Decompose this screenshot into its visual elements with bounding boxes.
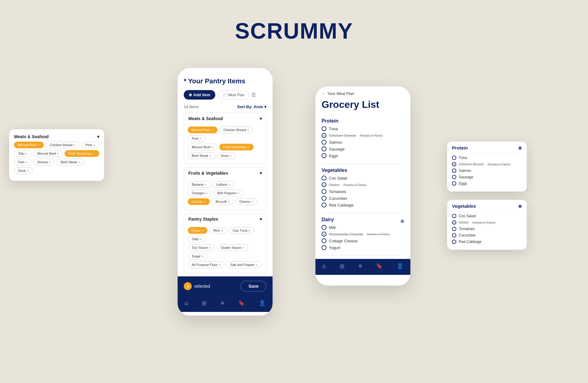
tag-sugar[interactable]: Sugar ○ <box>188 253 208 260</box>
side-item-cos-salad[interactable]: Cos Salad <box>452 214 522 218</box>
side-item-tomatoes[interactable]: Tomatoes <box>452 227 522 231</box>
side-check-red-cabbage[interactable] <box>452 240 456 244</box>
tag-banana[interactable]: Banana ○ <box>188 181 210 188</box>
tag-duck[interactable]: Duck ○ <box>217 152 236 159</box>
side-item-cucumber[interactable]: Cucumber <box>452 233 522 237</box>
grocery-item-red-cabbage[interactable]: Red Cabbage <box>322 203 404 207</box>
tag-bell-peppers[interactable]: Bell Peppers ○ <box>213 190 243 196</box>
side-check-sausage[interactable] <box>452 175 456 179</box>
tag-pork[interactable]: Pork ○ <box>188 135 205 142</box>
grocery-item-cottage-cheese[interactable]: Cottage Cheese <box>322 238 404 243</box>
grocery-item-mozzarella[interactable]: ✓ Mozzarella Cheese Already in Pantry <box>322 232 404 237</box>
nav-bookmark-icon[interactable]: 🔖 <box>238 300 245 306</box>
grocery-item-milk[interactable]: Milk <box>322 225 404 230</box>
meats-seafood-header[interactable]: Meats & Seafood ▾ <box>184 113 266 124</box>
tag-oranges[interactable]: Oranges ○ <box>188 190 212 196</box>
side-check-cos-salad[interactable] <box>452 214 456 218</box>
side-check-chicken-breast[interactable]: ✓ <box>452 162 456 166</box>
right-nav-home-icon[interactable]: ⌂ <box>322 263 326 269</box>
side-item-chicken-breast[interactable]: ✓ Chicken Breast Already in Pantry <box>452 162 522 166</box>
menu-icon[interactable]: ☰ <box>251 92 256 98</box>
right-nav-bookmark-icon[interactable]: 🔖 <box>376 263 383 269</box>
tag-brocolli[interactable]: Brocolli ○ <box>212 198 234 205</box>
popup-tag-minced-pork[interactable]: Minced Pork ✓ <box>14 142 44 148</box>
popup-tag-tofu[interactable]: Tofu ○ <box>14 150 32 157</box>
popup-tag-chicken-breast[interactable]: Chicken Breast ○ <box>46 142 79 148</box>
popup-tag-pork-tenderloin[interactable]: Pork Tenderloin ✓ <box>65 150 99 157</box>
check-sausage[interactable] <box>322 146 326 151</box>
tag-oyster-sauce[interactable]: Oyster Sauce ○ <box>217 244 248 251</box>
side-item-sausage[interactable]: Sausage <box>452 175 522 179</box>
tag-all-purpose-flour[interactable]: All Purpose Flour ○ <box>188 261 224 268</box>
tag-pasta[interactable]: Pasta ✓ <box>188 227 207 234</box>
back-nav[interactable]: ← Your Meal Plan <box>322 91 404 96</box>
grocery-item-onion[interactable]: ✓ Onion Already in Pantry <box>322 182 404 187</box>
tag-minced-beef[interactable]: Minced Beef ○ <box>188 144 217 150</box>
popup-tag-fish[interactable]: Fish ○ <box>14 159 31 165</box>
side-item-red-cabbage[interactable]: Red Cabbage <box>452 240 522 244</box>
check-salmon[interactable] <box>322 140 326 145</box>
grocery-item-cos-salad[interactable]: Cos Salad <box>322 176 404 180</box>
side-item-salmon[interactable]: Salmon <box>452 169 522 173</box>
check-tomatoes[interactable] <box>322 189 326 194</box>
nav-list-icon[interactable]: ≡ <box>221 300 224 306</box>
tag-salt-pepper[interactable]: Salt and Pepper ○ <box>226 261 262 268</box>
grocery-item-chicken-breast[interactable]: ✓ Chicken Breast Already in Pantry <box>322 133 404 138</box>
check-milk[interactable] <box>322 225 326 230</box>
side-item-eggs[interactable]: Eggs <box>452 181 522 186</box>
grocery-item-eggs[interactable]: Eggs <box>322 153 404 158</box>
grocery-item-yogurt[interactable]: Yogurt <box>322 245 404 250</box>
side-check-tomatoes[interactable] <box>452 227 456 231</box>
pantry-staples-header[interactable]: Pantry Staples ▾ <box>184 214 266 225</box>
right-nav-profile-icon[interactable]: 👤 <box>397 263 403 269</box>
grocery-item-cucumber[interactable]: Cucumber <box>322 196 404 201</box>
side-check-tuna[interactable] <box>452 156 456 160</box>
sort-by[interactable]: Sort By: Aisle ▾ <box>237 104 266 109</box>
check-tuna[interactable] <box>322 126 326 131</box>
popup-tag-pork[interactable]: Pork ○ <box>81 142 99 148</box>
check-red-cabbage[interactable] <box>322 203 326 207</box>
tag-pork-tenderloin[interactable]: Pork Tenderloin ✓ <box>219 144 254 150</box>
tag-can-tuna[interactable]: Can Tuna ○ <box>229 227 254 234</box>
tag-rice[interactable]: Rice ○ <box>209 227 227 234</box>
side-protein-plus-icon[interactable]: ⊕ <box>518 146 522 150</box>
check-eggs[interactable] <box>322 153 326 158</box>
side-check-onion[interactable]: ✓ <box>452 220 456 225</box>
check-chicken-breast[interactable]: ✓ <box>322 133 326 138</box>
nav-home-icon[interactable]: ⌂ <box>185 300 188 306</box>
check-cottage-cheese[interactable] <box>322 238 326 243</box>
side-check-eggs[interactable] <box>452 181 456 186</box>
check-cucumber[interactable] <box>322 196 326 201</box>
tag-carrots[interactable]: Carrots ✓ <box>188 198 210 205</box>
side-item-onion[interactable]: ✓ Onion Already in Pantry <box>452 220 522 225</box>
popup-tag-shrimp[interactable]: Shrimp ○ <box>33 159 55 165</box>
popup-tag-beef-steak[interactable]: Beef Steak ○ <box>57 159 84 165</box>
grocery-item-tomatoes[interactable]: Tomatoes <box>322 189 404 194</box>
check-mozzarella[interactable]: ✓ <box>322 232 326 237</box>
grocery-item-salmon[interactable]: Salmon <box>322 140 404 145</box>
tag-chicken-breast[interactable]: Chicken Breast ○ <box>219 127 253 133</box>
tag-soy-sauce[interactable]: Soy Sauce ○ <box>188 244 215 251</box>
side-check-salmon[interactable] <box>452 169 456 173</box>
add-item-button[interactable]: ⊕ Add item <box>184 90 215 100</box>
check-yogurt[interactable] <box>322 245 326 250</box>
meal-plan-button[interactable]: 📄 Meal Plan <box>218 90 249 100</box>
dairy-plus-icon[interactable]: ⊕ <box>400 218 404 224</box>
check-cos-salad[interactable] <box>322 176 326 180</box>
popup-header[interactable]: Meats & Seafood ▾ <box>14 134 99 142</box>
tag-lettuce[interactable]: Lettuce ○ <box>212 181 234 188</box>
side-veg-plus-icon[interactable]: ⊕ <box>518 204 522 209</box>
nav-compass-icon[interactable]: ◎ <box>202 300 207 306</box>
side-check-cucumber[interactable] <box>452 233 456 237</box>
tag-minced-pork[interactable]: Minced Pork ✓ <box>188 127 217 133</box>
grocery-item-tuna[interactable]: Tuna <box>322 126 404 131</box>
grocery-item-sausage[interactable]: Sausage <box>322 146 404 151</box>
right-nav-list-icon[interactable]: ≡ <box>359 263 362 269</box>
tag-oats[interactable]: Oats ○ <box>188 236 206 242</box>
nav-profile-icon[interactable]: 👤 <box>259 300 266 306</box>
side-item-tuna[interactable]: Tuna <box>452 156 522 160</box>
check-onion[interactable]: ✓ <box>322 182 326 187</box>
save-button[interactable]: Save <box>240 281 266 292</box>
tag-onions[interactable]: Onions ○ <box>236 198 257 205</box>
fruits-vegetables-header[interactable]: Fruits & Vegetables ▾ <box>184 168 266 179</box>
